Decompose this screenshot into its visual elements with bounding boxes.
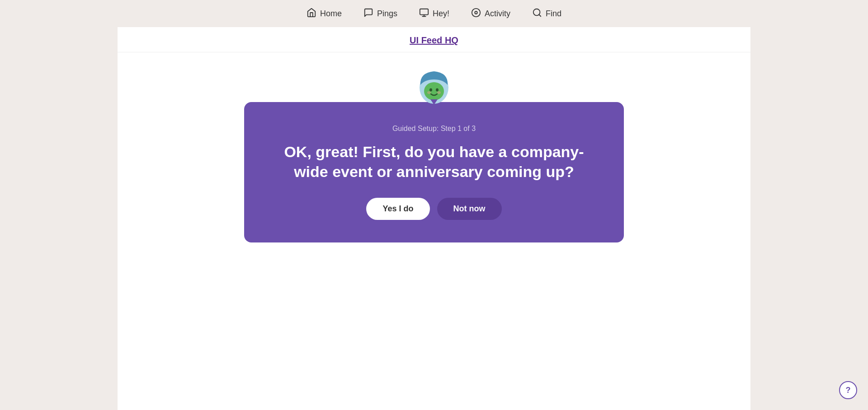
yes-button[interactable]: Yes I do xyxy=(366,198,429,220)
hey-icon xyxy=(419,8,429,20)
channel-title[interactable]: UI Feed HQ xyxy=(410,35,458,45)
nav-pings-label: Pings xyxy=(377,9,397,19)
svg-rect-0 xyxy=(420,9,428,14)
nav-home-label: Home xyxy=(320,9,342,19)
setup-step-label: Guided Setup: Step 1 of 3 xyxy=(280,125,588,133)
svg-point-11 xyxy=(424,82,444,100)
svg-point-14 xyxy=(427,91,431,94)
help-button[interactable]: ? xyxy=(839,381,857,399)
nav-find-label: Find xyxy=(546,9,561,19)
channel-header: UI Feed HQ xyxy=(118,27,750,52)
nav-bar: Home Pings Hey! Activity xyxy=(0,0,868,27)
activity-icon xyxy=(471,8,481,20)
setup-card: Guided Setup: Step 1 of 3 OK, great! Fir… xyxy=(244,102,624,242)
help-icon: ? xyxy=(846,386,851,395)
main-content: UI Feed HQ xyxy=(118,27,750,410)
nav-hey-label: Hey! xyxy=(433,9,449,19)
nav-find[interactable]: Find xyxy=(532,8,561,20)
nav-home[interactable]: Home xyxy=(307,8,342,20)
svg-point-13 xyxy=(436,89,439,92)
home-icon xyxy=(307,8,316,20)
nav-activity[interactable]: Activity xyxy=(471,8,510,20)
not-now-button[interactable]: Not now xyxy=(437,198,502,220)
nav-activity-label: Activity xyxy=(485,9,510,19)
setup-container: Guided Setup: Step 1 of 3 OK, great! Fir… xyxy=(244,66,624,242)
nav-hey[interactable]: Hey! xyxy=(419,8,449,20)
find-icon xyxy=(532,8,542,20)
svg-line-6 xyxy=(539,14,541,16)
svg-point-15 xyxy=(437,91,441,94)
svg-point-12 xyxy=(429,89,432,92)
svg-point-4 xyxy=(475,11,477,14)
pings-icon xyxy=(363,8,373,20)
svg-point-3 xyxy=(472,8,480,16)
mascot-illustration xyxy=(411,66,457,111)
nav-pings[interactable]: Pings xyxy=(363,8,397,20)
setup-question: OK, great! First, do you have a company-… xyxy=(280,142,588,182)
setup-buttons: Yes I do Not now xyxy=(280,198,588,220)
